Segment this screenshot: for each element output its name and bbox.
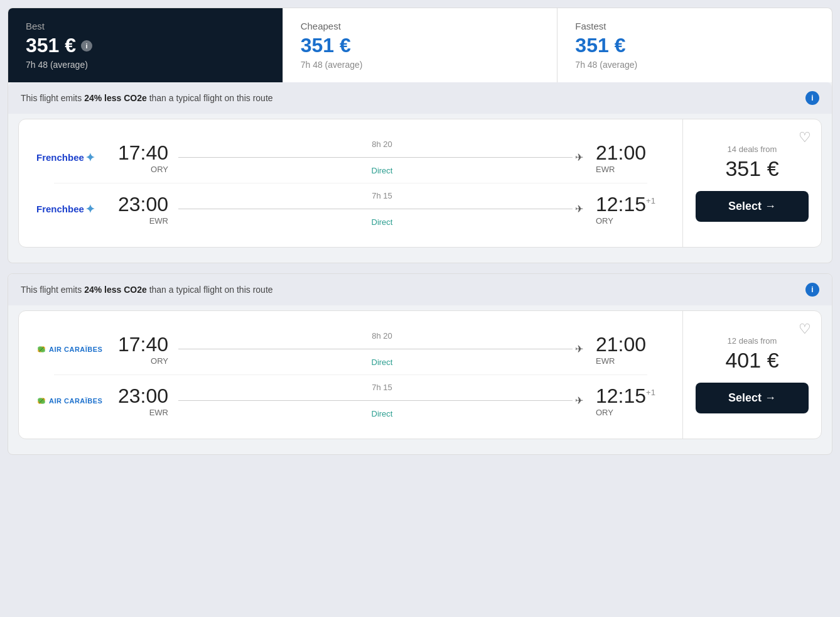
price-panel-1: ♡ 14 deals from 351 € Select → [683,119,821,247]
flight-result-2: This flight emits 24% less CO2e than a t… [8,273,832,455]
tab-cheapest[interactable]: Cheapest 351 € 7h 48 (average) [283,8,558,82]
flight-middle-2-1: 8h 20 ✈ Direct [168,331,596,367]
arr-airport-2-2: ORY [596,408,665,417]
flight-middle-1-2: 7h 15 ✈ Direct [168,191,596,227]
eco-highlight-1: 24% less CO2e [84,93,147,103]
tab-cheapest-label: Cheapest [301,21,540,31]
flight-segments-2: AIR CARAÏBES 17:40 ORY 8h 20 ✈ Direct [19,311,683,439]
tab-best[interactable]: Best 351 € i 7h 48 (average) [8,8,283,82]
airline-name-1-2: Frenchbee✦ [36,202,95,216]
stop-type-1-2: Direct [372,217,393,227]
dep-airport-1-2: EWR [112,216,168,226]
tab-best-duration: 7h 48 (average) [26,60,265,70]
tab-cheapest-duration: 7h 48 (average) [301,60,540,70]
tab-cheapest-price: 351 € [301,34,540,57]
eco-info-icon-2[interactable]: i [805,283,819,297]
stop-type-2-1: Direct [372,358,393,367]
frenchbee-plus-1: ✦ [85,151,95,165]
tab-best-price: 351 € i [26,34,265,57]
airline-logo-1-2: Frenchbee✦ [36,202,112,216]
airline-logo-1-1: Frenchbee✦ [36,151,112,165]
duration-2-1: 8h 20 [372,331,392,341]
eco-banner-1: This flight emits 24% less CO2e than a t… [8,82,832,114]
price-panel-2: ♡ 12 deals from 401 € Select → [683,311,821,439]
dep-time-1-1: 17:40 [112,141,168,165]
dep-airport-1-1: ORY [112,165,168,174]
flight-middle-1-1: 8h 20 ✈ Direct [168,139,596,175]
flight-line-2-1: ✈ [178,343,586,355]
flight-card-1: Frenchbee✦ 17:40 ORY 8h 20 ✈ Direct [18,119,822,248]
tab-fastest-price: 351 € [575,34,814,57]
flight-result-1: This flight emits 24% less CO2e than a t… [8,82,832,263]
line-2-2 [178,400,573,401]
frenchbee-plus-2: ✦ [85,202,95,216]
airline-name-2-1: AIR CARAÏBES [36,344,102,354]
dep-time-2-2: 23:00 [112,385,168,408]
arr-airport-1-1: EWR [596,165,665,174]
arr-col-1-2: 12:15+1 ORY [596,193,665,226]
airline-name-2-2: AIR CARAÏBES [36,396,102,406]
airline-logo-2-2: AIR CARAÏBES [36,396,112,406]
dep-col-1-1: 17:40 ORY [112,141,168,174]
arr-time-1-2: 12:15+1 [596,193,665,216]
deals-from-1: 14 deals from [728,145,777,154]
select-button-2[interactable]: Select → [696,383,809,413]
dep-col-2-1: 17:40 ORY [112,333,168,366]
arrow-1-1: ✈ [575,151,583,163]
duration-2-2: 7h 15 [372,383,392,392]
duration-1-1: 8h 20 [372,139,392,149]
arr-time-2-1: 21:00 [596,333,665,356]
favorite-icon-2[interactable]: ♡ [799,321,811,337]
day-offset-2-2: +1 [646,388,655,397]
favorite-icon-1[interactable]: ♡ [799,129,811,146]
dep-time-1-2: 23:00 [112,193,168,216]
eco-banner-2: This flight emits 24% less CO2e than a t… [8,274,832,305]
aircaraibes-leaf-icon [36,344,46,354]
deals-from-2: 12 deals from [728,336,777,346]
tab-fastest-duration: 7h 48 (average) [575,60,814,70]
eco-text-1: This flight emits 24% less CO2e than a t… [21,93,273,103]
arr-airport-1-2: ORY [596,216,665,226]
price-display-2: 401 € [725,348,778,373]
flight-row-2-1: AIR CARAÏBES 17:40 ORY 8h 20 ✈ Direct [36,324,665,374]
flight-row-1-1: Frenchbee✦ 17:40 ORY 8h 20 ✈ Direct [36,132,665,183]
arr-time-1-1: 21:00 [596,141,665,165]
flight-tabs: Best 351 € i 7h 48 (average) Cheapest 35… [8,8,832,82]
duration-1-2: 7h 15 [372,191,392,200]
flight-line-1-1: ✈ [178,151,586,163]
eco-text-2: This flight emits 24% less CO2e than a t… [21,285,273,295]
airline-logo-2-1: AIR CARAÏBES [36,344,112,354]
line-1-2 [178,209,573,209]
flight-line-2-2: ✈ [178,395,586,407]
arrow-1-2: ✈ [575,203,583,215]
tab-fastest[interactable]: Fastest 351 € 7h 48 (average) [557,8,832,82]
line-1-1 [178,157,573,158]
select-button-1[interactable]: Select → [696,191,809,222]
dep-time-2-1: 17:40 [112,333,168,356]
flight-card-2: AIR CARAÏBES 17:40 ORY 8h 20 ✈ Direct [18,310,822,439]
flight-line-1-2: ✈ [178,203,586,215]
tab-best-label: Best [26,21,265,31]
airline-name-1-1: Frenchbee✦ [36,151,95,165]
arr-airport-2-1: EWR [596,356,665,366]
eco-info-icon-1[interactable]: i [805,91,819,105]
flight-segments-1: Frenchbee✦ 17:40 ORY 8h 20 ✈ Direct [19,119,683,247]
tab-best-info-icon[interactable]: i [81,40,92,52]
flight-middle-2-2: 7h 15 ✈ Direct [168,383,596,418]
stop-type-1-1: Direct [372,166,393,175]
dep-col-2-2: 23:00 EWR [112,385,168,417]
arr-col-2-2: 12:15+1 ORY [596,385,665,417]
price-display-1: 351 € [725,156,778,181]
arr-col-1-1: 21:00 EWR [596,141,665,174]
dep-col-1-2: 23:00 EWR [112,193,168,226]
stop-type-2-2: Direct [372,409,393,418]
arrow-2-2: ✈ [575,395,583,407]
arrow-2-1: ✈ [575,343,583,355]
aircaraibes-leaf-icon-2 [36,396,46,406]
arr-col-2-1: 21:00 EWR [596,333,665,366]
flight-row-1-2: Frenchbee✦ 23:00 EWR 7h 15 ✈ Direct [36,183,665,234]
day-offset-1-2: +1 [646,196,655,205]
arr-time-2-2: 12:15+1 [596,385,665,408]
eco-highlight-2: 24% less CO2e [84,285,147,295]
tab-fastest-label: Fastest [575,21,814,31]
